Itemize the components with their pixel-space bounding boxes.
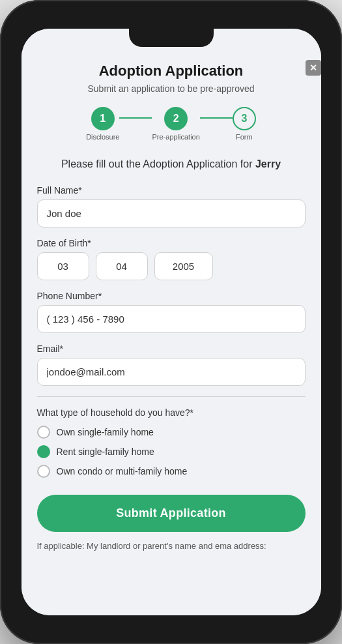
close-button[interactable]: ✕	[306, 60, 321, 76]
phone-input[interactable]	[37, 305, 306, 333]
bottom-note: If applicable: My landlord or parent's n…	[37, 540, 306, 553]
page-subtitle: Submit an application to be pre-approved	[37, 83, 306, 94]
divider	[37, 396, 306, 397]
step-1-label: Disclosure	[86, 133, 119, 141]
stepper: 1 Disclosure 2 Pre-application 3 Form	[37, 107, 306, 141]
email-label: Email*	[37, 344, 306, 354]
radio-item-2[interactable]: Rent single-family home	[37, 445, 306, 458]
phone-group: Phone Number*	[37, 291, 306, 333]
dob-year-input[interactable]	[154, 252, 213, 280]
phone-frame: ✕ Adoption Application Submit an applica…	[0, 0, 342, 644]
step-1: 1 Disclosure	[86, 107, 119, 141]
step-3: 3 Form	[233, 107, 256, 141]
dob-label: Date of Birth*	[37, 238, 306, 248]
step-3-circle: 3	[233, 107, 256, 130]
step-2: 2 Pre-application	[152, 107, 199, 141]
full-name-input[interactable]	[37, 199, 306, 227]
radio-label-1: Own single-family home	[57, 427, 154, 437]
radio-circle-3	[37, 465, 50, 478]
phone-label: Phone Number*	[37, 291, 306, 301]
dob-day-input[interactable]	[96, 252, 148, 280]
phone-notch	[129, 29, 214, 47]
dob-month-input[interactable]	[37, 252, 89, 280]
email-group: Email*	[37, 344, 306, 386]
dob-group: Date of Birth*	[37, 238, 306, 280]
dob-row	[37, 252, 306, 280]
radio-item-1[interactable]: Own single-family home	[37, 426, 306, 439]
step-2-circle: 2	[164, 107, 188, 130]
radio-circle-1	[37, 426, 50, 439]
pet-name: Jerry	[255, 158, 281, 169]
page-title: Adoption Application	[37, 55, 306, 80]
step-line-1	[119, 117, 152, 119]
step-1-circle: 1	[91, 107, 115, 130]
modal-content: ✕ Adoption Application Submit an applica…	[21, 55, 321, 568]
radio-label-3: Own condo or multi-family home	[57, 466, 188, 476]
form-instruction: Please fill out the Adoption Application…	[37, 156, 306, 172]
email-input[interactable]	[37, 358, 306, 386]
radio-label-2: Rent single-family home	[57, 446, 154, 457]
phone-screen: ✕ Adoption Application Submit an applica…	[21, 29, 321, 615]
radio-circle-2	[37, 445, 50, 458]
submit-button[interactable]: Submit Application	[37, 495, 306, 532]
household-question: What type of household do you have?*	[37, 407, 306, 418]
modal-container: ✕ Adoption Application Submit an applica…	[21, 29, 321, 615]
step-2-label: Pre-application	[152, 133, 199, 141]
step-line-2	[200, 117, 233, 119]
full-name-label: Full Name*	[37, 185, 306, 196]
radio-item-3[interactable]: Own condo or multi-family home	[37, 465, 306, 478]
step-3-label: Form	[236, 133, 253, 141]
full-name-group: Full Name*	[37, 185, 306, 227]
